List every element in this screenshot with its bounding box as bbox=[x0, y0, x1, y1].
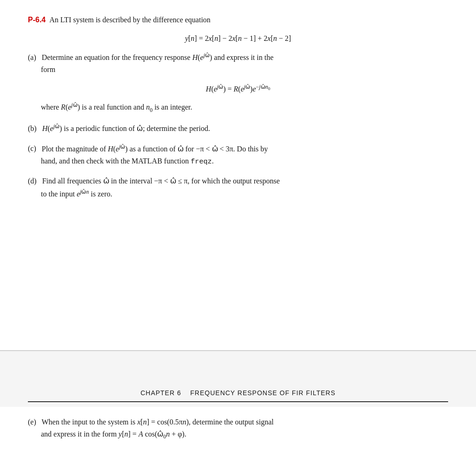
part-c-text: Plot the magnitude of H(ejω̂) as a funct… bbox=[42, 145, 268, 153]
problem-intro: An LTI system is described by the differ… bbox=[49, 14, 211, 26]
sub-equation-H: H(ejω̂) = R(ejω̂)e−jω̂n0 bbox=[28, 84, 448, 93]
main-equation: y[n] = 2x[n] − 2x[n − 1] + 2x[n − 2] bbox=[28, 34, 448, 43]
main-content: P-6.4 An LTI system is described by the … bbox=[0, 0, 476, 341]
part-a-text: Determine an equation for the frequency … bbox=[42, 53, 274, 61]
where-text: where R(ejω̂) is a real function and n0 … bbox=[28, 101, 448, 115]
part-c-line2: hand, and then check with the MATLAB fun… bbox=[28, 155, 448, 168]
part-d: (d) Find all frequencies ω̂ in the inter… bbox=[28, 175, 448, 200]
part-c-label: (c) bbox=[28, 145, 40, 153]
part-a-label: (a) bbox=[28, 53, 40, 61]
chapter-label: CHAPTER 6 bbox=[140, 389, 181, 397]
part-d-text: Find all frequencies ω̂ in the interval … bbox=[42, 177, 280, 185]
problem-number: P-6.4 bbox=[28, 16, 46, 24]
chapter-footer-text: CHAPTER 6 FREQUENCY RESPONSE OF FIR FILT… bbox=[140, 389, 336, 397]
part-e-label: (e) bbox=[28, 418, 40, 426]
part-e: (e) When the input to the system is x[n]… bbox=[28, 416, 448, 442]
part-d-label: (d) bbox=[28, 177, 40, 185]
page-container: P-6.4 An LTI system is described by the … bbox=[0, 0, 476, 463]
problem-header: P-6.4 An LTI system is described by the … bbox=[28, 14, 448, 26]
continuation-content: (e) When the input to the system is x[n]… bbox=[0, 407, 476, 463]
part-d-line2: to the input ejω̂n is zero. bbox=[28, 188, 448, 201]
part-a: (a) Determine an equation for the freque… bbox=[28, 51, 448, 76]
footer-area: CHAPTER 6 FREQUENCY RESPONSE OF FIR FILT… bbox=[0, 351, 476, 407]
part-e-text: When the input to the system is x[n] = c… bbox=[41, 418, 273, 426]
part-b: (b) H(ejω̂) is a periodic function of ω̂… bbox=[28, 122, 448, 135]
chapter-footer: CHAPTER 6 FREQUENCY RESPONSE OF FIR FILT… bbox=[28, 383, 448, 402]
part-b-text: H(ejω̂) is a periodic function of ω̂; de… bbox=[42, 124, 210, 132]
part-b-label: (b) bbox=[28, 124, 40, 132]
part-c: (c) Plot the magnitude of H(ejω̂) as a f… bbox=[28, 142, 448, 168]
main-eq-text: y[n] = 2x[n] − 2x[n − 1] + 2x[n − 2] bbox=[185, 34, 291, 42]
chapter-title: FREQUENCY RESPONSE OF FIR FILTERS bbox=[190, 389, 336, 397]
part-e-line2: and express it in the form y[n] = A cos(… bbox=[28, 428, 448, 442]
matlab-function: freqz bbox=[191, 157, 212, 166]
part-a-form-line: form bbox=[28, 64, 448, 76]
